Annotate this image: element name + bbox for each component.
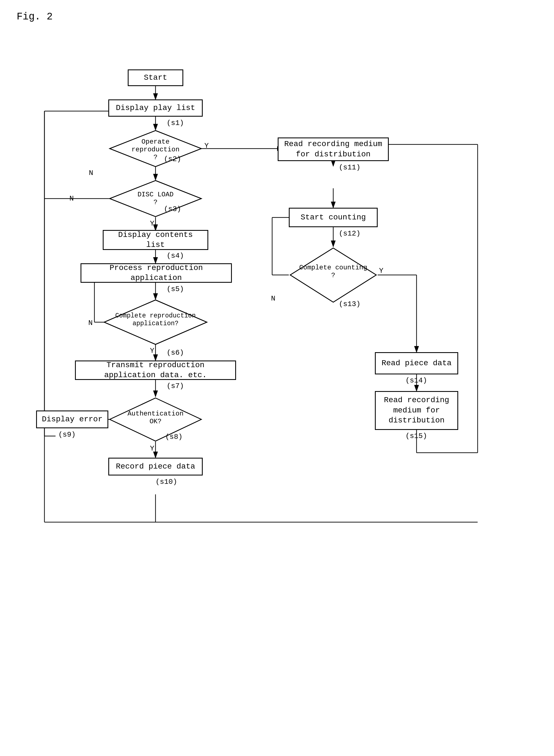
- s14-label: (s14): [405, 376, 427, 385]
- s3-y-label: Y: [150, 219, 154, 228]
- disc-load-diamond: DISC LOAD ?: [108, 179, 203, 218]
- s3-label: (s3): [164, 205, 181, 213]
- complete-reproduction-diamond: Complete reproduction application?: [103, 299, 208, 346]
- s6-n-label: N: [88, 319, 93, 327]
- complete-counting-diamond: Complete counting ?: [289, 247, 378, 304]
- s13-n-label: N: [271, 294, 275, 303]
- record-piece-data-box: Record piece data: [108, 458, 203, 476]
- fig-label: Fig. 2: [17, 11, 53, 22]
- authentication-diamond: Authentication OK?: [108, 396, 203, 442]
- s13-label: (s13): [339, 300, 361, 308]
- s2-n-label: N: [89, 169, 93, 177]
- display-play-list-box: Display play list: [108, 99, 203, 117]
- process-reproduction-box: Process reproduction application: [80, 263, 232, 283]
- s8-label: (s8): [165, 433, 182, 441]
- read-recording-medium-s11-box: Read recording medium for distribution: [278, 138, 389, 161]
- s11-label: (s11): [339, 163, 361, 172]
- operate-reproduction-diamond: Operate reproduction ?: [108, 129, 203, 168]
- s4-label: (s4): [167, 252, 184, 260]
- s1-label: (s1): [167, 119, 184, 127]
- svg-text:?: ?: [154, 154, 158, 161]
- s3-n-label: N: [69, 195, 74, 203]
- svg-text:?: ?: [154, 199, 158, 206]
- display-contents-list-box: Display contents list: [103, 230, 208, 250]
- s2-y-label: Y: [204, 142, 209, 150]
- s10-label: (s10): [156, 478, 177, 486]
- svg-text:Authentication: Authentication: [127, 410, 183, 418]
- s2-label: (s2): [164, 155, 181, 163]
- svg-text:?: ?: [331, 272, 335, 279]
- svg-text:OK?: OK?: [150, 418, 161, 425]
- s9-label: (s9): [58, 431, 75, 439]
- s6-label: (s6): [167, 348, 184, 357]
- read-recording-medium-s15-box: Read recording medium for distribution: [375, 391, 458, 430]
- svg-text:reproduction: reproduction: [132, 146, 180, 153]
- s8-y-label: Y: [150, 444, 154, 453]
- s12-label: (s12): [339, 229, 361, 238]
- s5-label: (s5): [167, 285, 184, 293]
- s13-y-label: Y: [379, 267, 384, 275]
- svg-text:Complete counting: Complete counting: [299, 264, 368, 271]
- s6-y-label: Y: [150, 346, 154, 355]
- start-counting-box: Start counting: [289, 208, 378, 227]
- s15-label: (s15): [405, 432, 427, 440]
- svg-text:DISC LOAD: DISC LOAD: [137, 191, 174, 198]
- start-box: Start: [128, 69, 183, 86]
- transmit-reproduction-box: Transmit reproduction application data. …: [75, 361, 236, 380]
- svg-text:Operate: Operate: [142, 138, 170, 146]
- display-error-box: Display error: [36, 411, 108, 428]
- s7-label: (s7): [167, 382, 184, 390]
- svg-text:Complete reproduction: Complete reproduction: [115, 312, 196, 319]
- read-piece-data-box: Read piece data: [375, 352, 458, 374]
- svg-text:application?: application?: [132, 320, 178, 327]
